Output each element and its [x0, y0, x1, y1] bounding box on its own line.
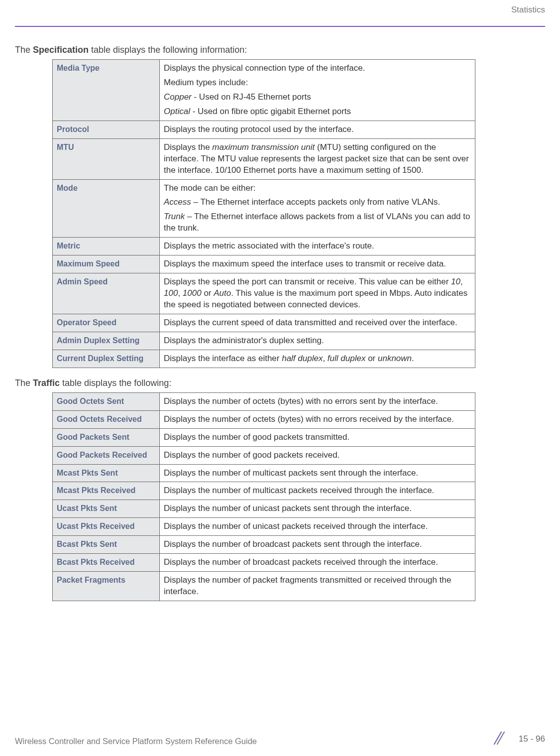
table-row: Good Packets SentDisplays the number of …: [53, 428, 475, 446]
row-label: Maximum Speed: [53, 255, 160, 273]
row-description: Displays the number of good packets tran…: [160, 428, 475, 446]
intro-text: The: [15, 45, 33, 55]
row-label: Packet Fragments: [53, 572, 160, 601]
row-label: Protocol: [53, 121, 160, 138]
row-description: Displays the administrator's duplex sett…: [160, 332, 475, 350]
row-label: Mcast Pkts Sent: [53, 464, 160, 482]
table-row: Ucast Pkts SentDisplays the number of un…: [53, 500, 475, 518]
row-description: Displays the number of unicast packets r…: [160, 518, 475, 536]
specification-table: Media TypeDisplays the physical connecti…: [52, 59, 475, 368]
row-label: Ucast Pkts Sent: [53, 500, 160, 518]
row-label: Operator Speed: [53, 314, 160, 332]
table-row: Operator SpeedDisplays the current speed…: [53, 314, 475, 332]
header-section: Statistics: [511, 5, 545, 14]
row-label: Bcast Pkts Received: [53, 554, 160, 572]
table-row: ProtocolDisplays the routing protocol us…: [53, 121, 475, 138]
row-label: Bcast Pkts Sent: [53, 536, 160, 554]
row-description: Displays the number of unicast packets s…: [160, 500, 475, 518]
row-description: Displays the number of good packets rece…: [160, 446, 475, 464]
table-row: Admin SpeedDisplays the speed the port c…: [53, 273, 475, 314]
row-description: Displays the routing protocol used by th…: [160, 121, 475, 138]
intro-specification: The Specification table displays the fol…: [15, 45, 545, 55]
row-label: Good Packets Received: [53, 446, 160, 464]
row-description: Displays the number of multicast packets…: [160, 464, 475, 482]
row-description: The mode can be either:Access – The Ethe…: [160, 179, 475, 238]
row-description: Displays the speed the port can transmit…: [160, 273, 475, 314]
table-row: ModeThe mode can be either:Access – The …: [53, 179, 475, 238]
row-description: Displays the number of broadcast packets…: [160, 554, 475, 572]
table-row: Mcast Pkts SentDisplays the number of mu…: [53, 464, 475, 482]
table-row: Good Packets ReceivedDisplays the number…: [53, 446, 475, 464]
row-description: Displays the physical connection type of…: [160, 60, 475, 121]
row-description: Displays the interface as either half du…: [160, 350, 475, 368]
row-description: Displays the metric associated with the …: [160, 238, 475, 255]
table-row: MetricDisplays the metric associated wit…: [53, 238, 475, 255]
footer-page-number: 15 - 96: [519, 734, 545, 744]
page-footer: Wireless Controller and Service Platform…: [15, 737, 545, 746]
table-row: Bcast Pkts ReceivedDisplays the number o…: [53, 554, 475, 572]
row-label: Good Packets Sent: [53, 428, 160, 446]
table-row: Maximum SpeedDisplays the maximum speed …: [53, 255, 475, 273]
table-row: Good Octets SentDisplays the number of o…: [53, 392, 475, 410]
row-description: Displays the maximum transmission unit (…: [160, 138, 475, 179]
row-label: Admin Speed: [53, 273, 160, 314]
traffic-table: Good Octets SentDisplays the number of o…: [52, 392, 475, 601]
row-description: Displays the number of octets (bytes) wi…: [160, 392, 475, 410]
row-label: Good Octets Sent: [53, 392, 160, 410]
header-rule: [15, 26, 545, 27]
row-label: Ucast Pkts Received: [53, 518, 160, 536]
row-label: Media Type: [53, 60, 160, 121]
footer-guide: Wireless Controller and Service Platform…: [15, 737, 257, 746]
row-label: Current Duplex Setting: [53, 350, 160, 368]
row-description: Displays the current speed of data trans…: [160, 314, 475, 332]
footer-slash-icon: [491, 731, 505, 745]
intro-text: The: [15, 378, 33, 388]
intro-traffic: The Traffic table displays the following…: [15, 378, 545, 388]
row-label: Good Octets Received: [53, 410, 160, 428]
row-label: Mode: [53, 179, 160, 238]
table-row: Media TypeDisplays the physical connecti…: [53, 60, 475, 121]
row-label: Mcast Pkts Received: [53, 482, 160, 500]
table-row: Mcast Pkts ReceivedDisplays the number o…: [53, 482, 475, 500]
row-description: Displays the maximum speed the interface…: [160, 255, 475, 273]
intro-text: table displays the following:: [60, 378, 171, 388]
row-label: Metric: [53, 238, 160, 255]
table-row: Admin Duplex SettingDisplays the adminis…: [53, 332, 475, 350]
table-row: Good Octets ReceivedDisplays the number …: [53, 410, 475, 428]
table-row: Bcast Pkts SentDisplays the number of br…: [53, 536, 475, 554]
row-description: Displays the number of multicast packets…: [160, 482, 475, 500]
intro-text: table displays the following information…: [89, 45, 247, 55]
row-label: Admin Duplex Setting: [53, 332, 160, 350]
table-row: Ucast Pkts ReceivedDisplays the number o…: [53, 518, 475, 536]
intro-bold: Specification: [33, 45, 89, 55]
table-row: Packet FragmentsDisplays the number of p…: [53, 572, 475, 601]
intro-bold: Traffic: [33, 378, 60, 388]
row-description: Displays the number of broadcast packets…: [160, 536, 475, 554]
row-label: MTU: [53, 138, 160, 179]
table-row: Current Duplex SettingDisplays the inter…: [53, 350, 475, 368]
row-description: Displays the number of packet fragments …: [160, 572, 475, 601]
row-description: Displays the number of octets (bytes) wi…: [160, 410, 475, 428]
table-row: MTUDisplays the maximum transmission uni…: [53, 138, 475, 179]
